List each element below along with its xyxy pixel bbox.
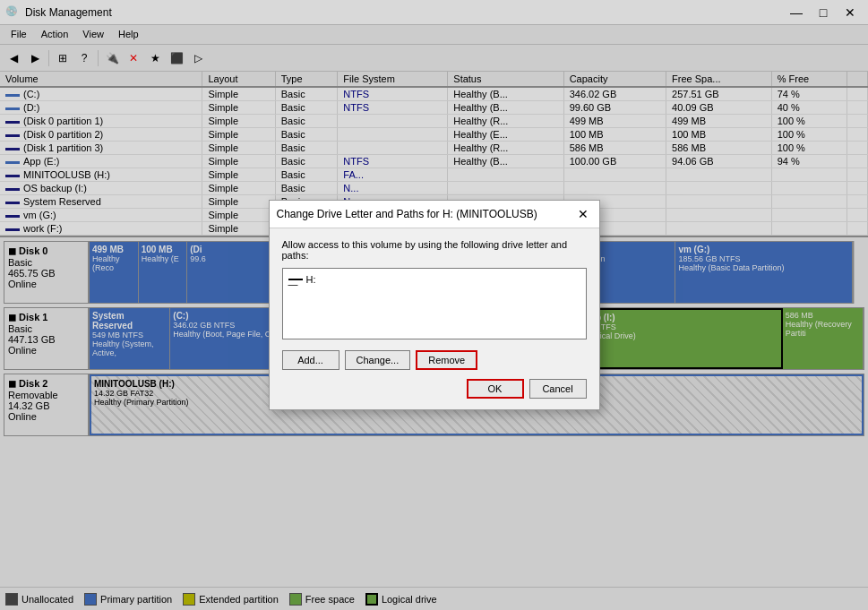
modal-description: Allow access to this volume by using the… [282, 239, 587, 261]
change-drive-letter-dialog: Change Drive Letter and Paths for H: (MI… [269, 200, 600, 410]
action-buttons-row: Add... Change... Remove [282, 350, 587, 370]
modal-body: Allow access to this volume by using the… [270, 228, 599, 409]
ok-cancel-row: OK Cancel [282, 379, 587, 399]
drive-letter-listbox[interactable]: — H: [282, 268, 587, 339]
change-button[interactable]: Change... [345, 350, 411, 370]
add-button[interactable]: Add... [282, 350, 339, 370]
drive-letter-label: H: [306, 274, 316, 285]
cancel-button[interactable]: Cancel [529, 379, 587, 399]
modal-close-button[interactable]: ✕ [574, 206, 592, 222]
ok-button[interactable]: OK [467, 379, 524, 399]
modal-title-bar: Change Drive Letter and Paths for H: (MI… [270, 201, 599, 228]
modal-title: Change Drive Letter and Paths for H: (MI… [277, 208, 537, 220]
remove-button[interactable]: Remove [416, 350, 477, 370]
listbox-item-h[interactable]: — H: [287, 272, 582, 287]
modal-overlay: Change Drive Letter and Paths for H: (MI… [0, 0, 868, 610]
drive-icon: — [288, 279, 303, 280]
